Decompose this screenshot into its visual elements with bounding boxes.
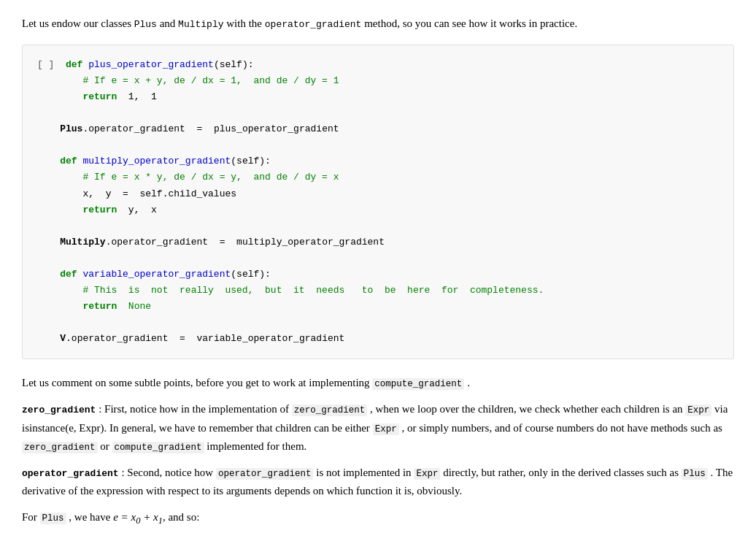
- kw-def-2: def: [60, 156, 77, 166]
- comment-1: # If e = x + y, de / dx = 1, and de / dy…: [82, 75, 339, 86]
- def-operator-gradient: operator_gradient : Second, notice how o…: [22, 464, 734, 501]
- def1-rest2: implemented for them.: [204, 440, 307, 452]
- intro-with: with the: [224, 18, 265, 29]
- assign-1: =: [196, 123, 202, 134]
- kw-return-1: return: [82, 91, 117, 102]
- val-1: plus_operator_gradient: [214, 123, 339, 134]
- intro-rest: method, so you can see how it works in p…: [361, 18, 577, 29]
- return-none: None: [128, 301, 151, 312]
- def2-expr: Expr: [414, 468, 440, 480]
- intro-text-start: Let us endow our classes: [22, 18, 134, 29]
- kw-def-1: def: [66, 59, 82, 70]
- kw-return-2: return: [82, 204, 117, 215]
- intro-and1: and: [157, 18, 178, 29]
- code-line-blank-3: [37, 218, 719, 234]
- attr-3: operator_gradient: [72, 333, 169, 344]
- bracket: [ ]: [37, 59, 54, 70]
- for-math-e: e = x0 + x1: [113, 511, 163, 523]
- assign-line: x, y = self.child_values: [82, 188, 236, 199]
- comment-3: # This is not really used, but it needs …: [82, 285, 544, 296]
- code-line-7: return y, x: [37, 202, 719, 218]
- code-line-10: return None: [37, 299, 719, 315]
- code-line-3: return 1, 1: [37, 89, 719, 105]
- kw-def-3: def: [60, 269, 77, 280]
- fn-multiply: multiply_operator_gradient: [82, 156, 231, 166]
- code-line-blank-1: [37, 105, 719, 121]
- for-text3: , and so:: [163, 511, 199, 523]
- def2-ref: operator_gradient: [216, 468, 314, 480]
- classname-multiply: Multiply: [60, 237, 105, 248]
- code-line-multiply-assign: Multiply.operator_gradient = multiply_op…: [37, 234, 719, 250]
- code-line-1: [ ] def plus_operator_gradient(self):: [37, 57, 719, 73]
- frac2-numerator: ∂e: [388, 540, 404, 544]
- fn-args-1: (self):: [214, 59, 254, 70]
- def1-m2: compute_gradient: [112, 442, 204, 453]
- def1-mid: , when we loop over the children, we che…: [367, 403, 685, 415]
- section1-method: compute_gradient: [372, 378, 464, 390]
- intro-multiply: Multiply: [178, 19, 223, 30]
- code-line-blank-5: [37, 315, 719, 331]
- fn-args-2: (self):: [231, 156, 271, 166]
- def2-rest1: directly, but rather, only in the derive…: [440, 467, 681, 478]
- classname-plus: Plus: [60, 123, 82, 134]
- val-2: multiply_operator_gradient: [236, 237, 385, 248]
- def1-ref: zero_gradient: [292, 405, 368, 416]
- math-display-fracs: ∂e ∂x0 = 1 ∂e ∂x1 = 1 ,: [22, 540, 734, 544]
- code-line-6: x, y = self.child_values: [37, 186, 719, 202]
- def2-colon: : Second, notice how: [119, 467, 216, 478]
- code-line-blank-2: [37, 137, 719, 153]
- return-val-1: 1, 1: [123, 91, 157, 102]
- frac1-numerator: ∂e: [316, 540, 332, 544]
- code-line-plus-assign: Plus.operator_gradient = plus_operator_g…: [37, 121, 719, 137]
- assign-2: =: [220, 237, 225, 248]
- classname-v: V: [60, 333, 66, 344]
- code-line-blank-4: [37, 250, 719, 267]
- fn-plus: plus_operator_gradient: [88, 59, 214, 70]
- code-line-5: # If e = x * y, de / dx = y, and de / dy…: [37, 169, 719, 185]
- code-line-v-assign: V.operator_gradient = variable_operator_…: [37, 331, 719, 347]
- for-text2: , we have: [66, 511, 114, 523]
- def2-mid: is not implemented in: [313, 467, 414, 478]
- comment-2: # If e = x * y, de / dx = y, and de / dy…: [82, 172, 339, 183]
- def1-m1: zero_gradient: [22, 442, 98, 453]
- code-block: [ ] def plus_operator_gradient(self): # …: [22, 45, 734, 360]
- attr-1: operator_gradient: [88, 123, 185, 134]
- def1-expr1: Expr: [685, 405, 711, 416]
- code-line-2: # If e = x + y, de / dx = 1, and de / dy…: [37, 73, 719, 89]
- fn-variable: variable_operator_gradient: [82, 269, 231, 280]
- intro-plus: Plus: [134, 19, 157, 30]
- code-line-4: def multiply_operator_gradient(self):: [37, 153, 719, 169]
- code-line-8: def variable_operator_gradient(self):: [37, 267, 719, 283]
- def1-rest1: , or simply numbers, and of course numbe…: [399, 422, 722, 434]
- frac2: ∂e ∂x1: [388, 540, 404, 544]
- for-plus-paragraph: For Plus , we have e = x0 + x1, and so:: [22, 508, 734, 529]
- section1-text: Let us comment on some subtle points, be…: [22, 377, 372, 388]
- def1-or: or: [98, 440, 112, 452]
- return-val-2: y, x: [128, 204, 157, 215]
- code-line-9: # This is not really used, but it needs …: [37, 283, 719, 299]
- for-plus: Plus: [40, 513, 66, 524]
- def1-colon: : First, notice how in the implementatio…: [96, 403, 291, 415]
- def-zero-gradient: zero_gradient : First, notice how in the…: [22, 400, 734, 456]
- assign-3: =: [180, 333, 185, 344]
- section1-paragraph: Let us comment on some subtle points, be…: [22, 374, 734, 391]
- intro-paragraph: Let us endow our classes Plus and Multip…: [22, 15, 734, 33]
- intro-method: operator_gradient: [265, 19, 362, 30]
- fn-args-3: (self):: [231, 269, 271, 280]
- term-operator-gradient: operator_gradient: [22, 468, 119, 479]
- val-3: variable_operator_gradient: [197, 333, 345, 344]
- attr-2: operator_gradient: [111, 237, 208, 248]
- term-zero-gradient: zero_gradient: [22, 405, 96, 415]
- def2-cls: Plus: [682, 468, 708, 480]
- section1-end: .: [464, 377, 470, 388]
- frac1: ∂e ∂x0: [316, 540, 332, 544]
- kw-return-3: return: [82, 301, 117, 312]
- def1-expr2: Expr: [373, 424, 399, 435]
- for-text1: For: [22, 511, 40, 523]
- dot-3: .: [66, 333, 72, 344]
